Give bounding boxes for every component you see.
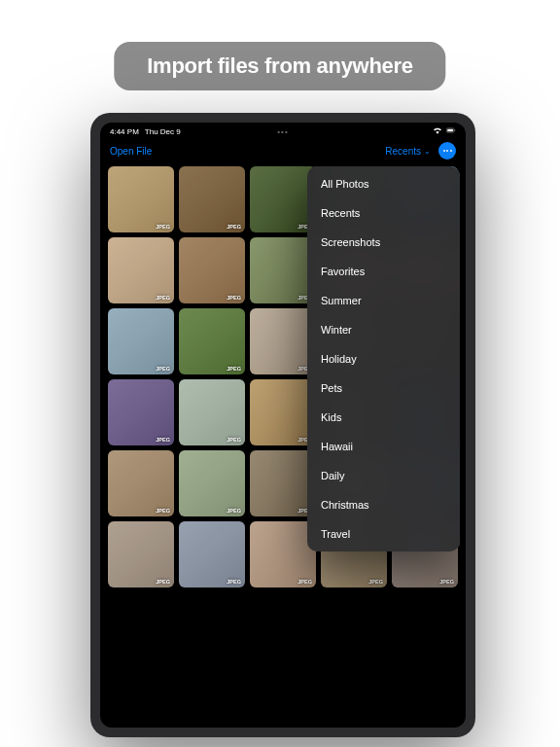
dropdown-item[interactable]: Recents	[307, 198, 460, 228]
open-file-button[interactable]: Open File	[110, 146, 152, 157]
format-badge: JPEG	[298, 579, 312, 585]
status-date: Thu Dec 9	[145, 127, 181, 136]
more-icon	[443, 150, 452, 152]
format-badge: JPEG	[227, 366, 241, 372]
format-badge: JPEG	[227, 295, 241, 301]
format-badge: JPEG	[156, 295, 170, 301]
album-dropdown-menu: All PhotosRecentsScreenshotsFavoritesSum…	[307, 166, 460, 551]
dropdown-item[interactable]: All Photos	[307, 169, 460, 198]
photo-thumbnail[interactable]: JPEG	[108, 308, 174, 374]
photo-thumbnail[interactable]: JPEG	[179, 166, 245, 232]
photo-thumbnail[interactable]: JPEG	[250, 166, 316, 232]
dropdown-item[interactable]: Pets	[307, 374, 460, 403]
dropdown-item[interactable]: Travel	[307, 519, 460, 549]
chevron-down-icon: ⌄	[424, 147, 431, 156]
photo-thumbnail[interactable]: JPEG	[108, 379, 174, 445]
format-badge: JPEG	[156, 579, 170, 585]
format-badge: JPEG	[156, 366, 170, 372]
tablet-screen: 4:44 PM Thu Dec 9 ••• Open File Recents …	[100, 123, 466, 728]
photo-thumbnail[interactable]: JPEG	[179, 237, 245, 303]
photo-thumbnail[interactable]: JPEG	[179, 308, 245, 374]
photo-thumbnail[interactable]: JPEG	[108, 237, 174, 303]
format-badge: JPEG	[156, 224, 170, 230]
format-badge: JPEG	[227, 437, 241, 443]
format-badge: JPEG	[227, 508, 241, 514]
format-badge: JPEG	[156, 508, 170, 514]
photo-thumbnail[interactable]: JPEG	[250, 379, 316, 445]
recents-label: Recents	[385, 146, 421, 157]
headline-banner: Import files from anywhere	[114, 42, 445, 90]
photo-thumbnail[interactable]: JPEG	[179, 379, 245, 445]
status-bar: 4:44 PM Thu Dec 9 •••	[100, 123, 466, 140]
format-badge: JPEG	[227, 579, 241, 585]
photo-thumbnail[interactable]: JPEG	[250, 450, 316, 516]
more-button[interactable]	[438, 142, 456, 160]
tablet-frame: 4:44 PM Thu Dec 9 ••• Open File Recents …	[90, 113, 475, 737]
dropdown-item[interactable]: Christmas	[307, 490, 460, 519]
photo-thumbnail[interactable]: JPEG	[179, 521, 245, 587]
dropdown-item[interactable]: Daily	[307, 461, 460, 490]
format-badge: JPEG	[227, 224, 241, 230]
dropdown-item[interactable]: Favorites	[307, 257, 460, 286]
dropdown-item[interactable]: Summer	[307, 286, 460, 315]
photo-thumbnail[interactable]: JPEG	[108, 521, 174, 587]
dropdown-item[interactable]: Kids	[307, 403, 460, 432]
format-badge: JPEG	[439, 579, 454, 585]
format-badge: JPEG	[156, 437, 170, 443]
nav-bar: Open File Recents ⌄	[100, 140, 466, 161]
headline-text: Import files from anywhere	[147, 53, 412, 79]
photo-thumbnail[interactable]: JPEG	[179, 450, 245, 516]
photo-thumbnail[interactable]: JPEG	[250, 237, 316, 303]
multitask-dots: •••	[277, 127, 288, 136]
wifi-icon	[433, 126, 442, 136]
svg-rect-1	[447, 129, 453, 132]
svg-rect-2	[454, 129, 455, 131]
photo-thumbnail[interactable]: JPEG	[108, 450, 174, 516]
battery-icon	[446, 126, 456, 136]
format-badge: JPEG	[368, 579, 383, 585]
photo-thumbnail[interactable]: JPEG	[250, 308, 316, 374]
photo-thumbnail[interactable]: JPEG	[108, 166, 174, 232]
dropdown-item[interactable]: Holiday	[307, 344, 460, 374]
dropdown-item[interactable]: Hawaii	[307, 432, 460, 461]
dropdown-item[interactable]: Winter	[307, 315, 460, 344]
dropdown-item[interactable]: Screenshots	[307, 228, 460, 257]
status-time: 4:44 PM	[110, 127, 139, 136]
recents-dropdown-button[interactable]: Recents ⌄	[385, 146, 431, 157]
photo-thumbnail[interactable]: JPEG	[250, 521, 316, 587]
